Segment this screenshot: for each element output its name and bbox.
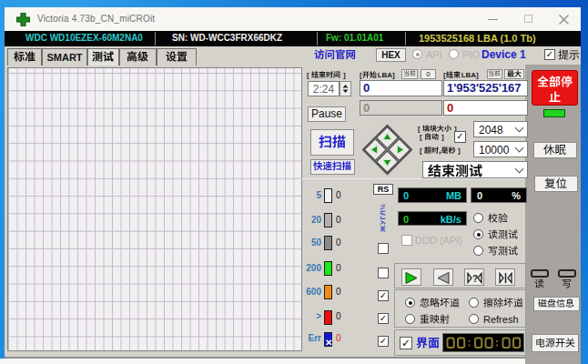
svg-text:?: ? xyxy=(472,274,478,284)
